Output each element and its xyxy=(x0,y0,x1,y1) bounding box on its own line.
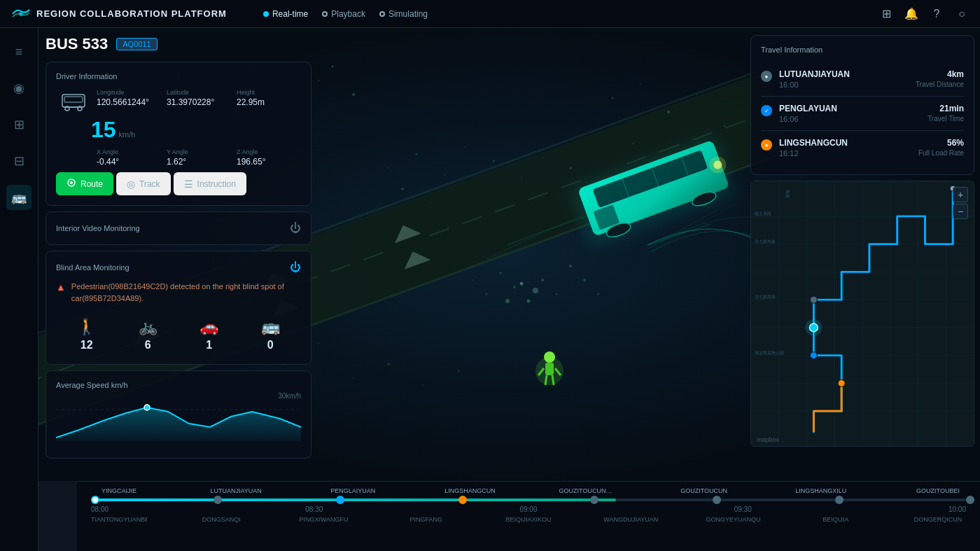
car-icon: 🚗 xyxy=(200,318,218,336)
stop-4: GOUZITOUCUNDONG xyxy=(559,487,615,494)
mode-realtime-dot xyxy=(263,11,269,17)
height-value: 22.95m xyxy=(237,97,301,107)
svg-point-48 xyxy=(633,143,635,145)
svg-point-0 xyxy=(19,12,23,16)
alert-text: Pedestrian(098B21649C2D) detected on the… xyxy=(71,281,301,304)
z-angle-col: Z Angle 196.65° xyxy=(237,148,301,167)
travel-info-card: Travel Information ● LUTUANJIAYUAN 16:00… xyxy=(750,35,974,175)
bstop-1: DONGSANQI xyxy=(193,516,249,523)
svg-text:青路: 青路 xyxy=(785,190,790,198)
nav-tabs: Route ◎ Track ☰ Instruction xyxy=(56,172,301,195)
latitude-value: 31.3970228° xyxy=(167,97,231,107)
alert-row: ▲ Pedestrian(098B21649C2D) detected on t… xyxy=(56,281,301,304)
right-panel: Travel Information ● LUTUANJIAYUAN 16:00… xyxy=(750,35,974,447)
travel-value-1: 21min xyxy=(927,104,964,113)
svg-point-68 xyxy=(472,279,473,281)
stop-marker-1 xyxy=(214,496,222,504)
svg-point-36 xyxy=(465,146,466,148)
mini-map-svg: 磁上东路 北七家东路 北七家西路 青路 海淀香花地公园 xyxy=(751,181,974,446)
cyclist-count: 6 xyxy=(145,339,151,351)
z-angle-label: Z Angle xyxy=(237,148,301,155)
time-2: 09:00 xyxy=(519,505,537,513)
speed-chart: 30km/h xyxy=(56,392,301,448)
pedestrian-icon: 🚶 xyxy=(77,318,96,336)
sidebar-grid-icon[interactable]: ⊟ xyxy=(6,148,31,174)
svg-point-72 xyxy=(533,288,538,293)
zoom-in-btn[interactable]: + xyxy=(953,187,968,202)
svg-text:北七家东路: 北七家东路 xyxy=(755,239,776,244)
bell-icon[interactable]: 🔔 xyxy=(904,7,918,21)
grid-icon[interactable]: ⊞ xyxy=(879,7,893,21)
mode-selector: Real-time Playback Simulating xyxy=(263,9,428,19)
bstop-4: BEIQIJIAXIKOU xyxy=(500,516,556,523)
pedestrian-count: 12 xyxy=(80,339,93,351)
svg-point-31 xyxy=(388,167,389,169)
bottom-stops: TIANTONGYUANBEI DONGSANQI PINGXIWANGFU P… xyxy=(77,513,980,523)
sidebar: ≡ ◉ ⊞ ⊟ 🚌 xyxy=(0,28,38,551)
svg-point-32 xyxy=(416,153,418,155)
zoom-out-btn[interactable]: − xyxy=(953,204,968,219)
svg-point-54 xyxy=(318,342,319,344)
car-count: 1 xyxy=(206,339,212,351)
tab-instruction[interactable]: ☰ Instruction xyxy=(174,172,246,195)
travel-dot-0: ● xyxy=(761,71,772,82)
travel-station-info-1: PENGLAYUAN 16:06 xyxy=(779,104,837,123)
sidebar-menu-icon[interactable]: ≡ xyxy=(6,39,31,64)
tab-route[interactable]: Route xyxy=(56,172,113,195)
stop-marker-3 xyxy=(458,496,467,504)
station-name-2: LINGSHANGCUN xyxy=(779,138,848,148)
driver-info-grid: Longitude 120.5661244° Latitude 31.39702… xyxy=(56,89,301,111)
mode-playback[interactable]: Playback xyxy=(322,9,365,19)
left-panel: BUS 533 AQ0011 Driver Information Longit… xyxy=(46,35,312,459)
timeline-area: YINGCAIJIE LUTUANJIAYUAN PENGLAIYUAN LIN… xyxy=(77,481,980,551)
mode-simulating[interactable]: Simulating xyxy=(379,9,428,19)
svg-text:磁上东路: 磁上东路 xyxy=(754,211,771,216)
x-angle-value: -0.44° xyxy=(97,157,161,167)
stop-0: YINGCAIJIE xyxy=(91,487,147,494)
bus-badge: AQ0011 xyxy=(116,38,157,50)
blind-power-icon[interactable]: ⏻ xyxy=(290,261,301,274)
svg-point-58 xyxy=(387,363,390,365)
tab-track-label: Track xyxy=(139,179,160,189)
stop-1: LUTUANJIAYUAN xyxy=(208,487,264,494)
travel-dot-1: ✓ xyxy=(761,105,772,116)
svg-point-63 xyxy=(527,300,531,303)
svg-point-64 xyxy=(541,279,544,281)
travel-label-2: Full Load Rate xyxy=(918,149,964,157)
longitude-col: Longitude 120.5661244° xyxy=(97,89,161,107)
video-monitoring-card: Interior Video Monitoring ⏻ xyxy=(46,211,312,245)
y-angle-col: Y Angle 1.62° xyxy=(167,148,231,167)
sidebar-layers-icon[interactable]: ⊞ xyxy=(6,112,31,137)
svg-point-37 xyxy=(493,160,495,162)
svg-point-39 xyxy=(542,157,543,158)
svg-point-23 xyxy=(318,80,319,81)
cyclist-icon: 🚲 xyxy=(139,318,158,336)
mini-map[interactable]: 磁上东路 北七家东路 北七家西路 青路 海淀香花地公园 + − mapbox xyxy=(750,181,974,447)
stop-marker-0 xyxy=(91,496,99,504)
bus-count: 0 xyxy=(267,339,274,351)
svg-point-133 xyxy=(838,379,845,386)
height-label: Height xyxy=(237,89,301,96)
power-icon[interactable]: ⏻ xyxy=(290,222,301,235)
route-icon xyxy=(66,178,76,190)
bus-number: BUS 533 xyxy=(46,35,108,53)
sidebar-map-icon[interactable]: ◉ xyxy=(6,76,31,101)
mode-realtime[interactable]: Real-time xyxy=(263,9,308,19)
stop-marker-2 xyxy=(336,496,344,504)
close-icon[interactable]: ○ xyxy=(955,7,969,21)
stop-5: GOUZITOUCUN xyxy=(676,487,732,494)
tab-track[interactable]: ◎ Track xyxy=(116,172,171,195)
y-angle-value: 1.62° xyxy=(167,157,231,167)
svg-point-108 xyxy=(144,405,150,410)
station-name-1: PENGLAYUAN xyxy=(779,104,837,113)
header: REGION COLLABORATION PLATFORM Real-time … xyxy=(0,0,980,28)
video-title: Interior Video Monitoring xyxy=(56,224,140,232)
svg-point-71 xyxy=(505,299,510,303)
sidebar-vehicle-icon[interactable]: 🚌 xyxy=(6,185,31,210)
bus-stat: 🚌 0 xyxy=(261,318,280,351)
header-right: ⊞ 🔔 ? ○ xyxy=(879,7,969,21)
timeline-bar[interactable] xyxy=(91,498,966,501)
mode-realtime-label: Real-time xyxy=(272,9,308,19)
help-icon[interactable]: ? xyxy=(930,7,944,21)
speed-chart-marker: 30km/h xyxy=(278,392,301,400)
